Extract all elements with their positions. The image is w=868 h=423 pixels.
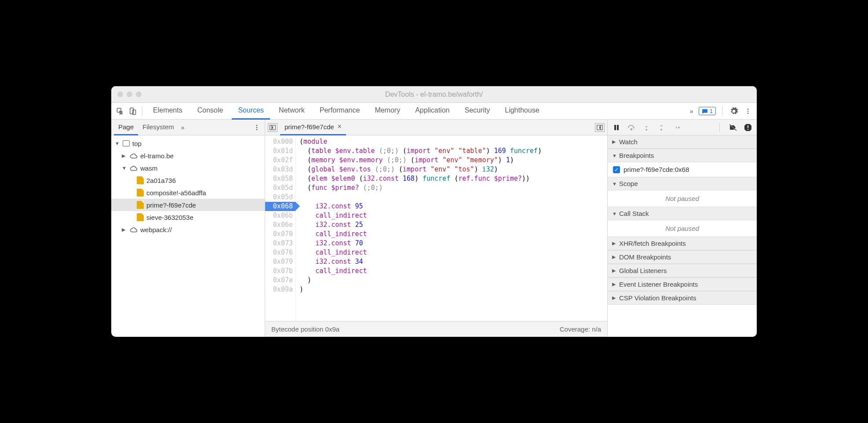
cloud-icon bbox=[130, 227, 138, 232]
main-tab-lighthouse[interactable]: Lighthouse bbox=[499, 103, 545, 120]
tree-item[interactable]: ▶composite!-a56adffa bbox=[111, 186, 265, 199]
code-line[interactable]: call_indirect bbox=[299, 266, 542, 276]
gutter-line[interactable]: 0x02f bbox=[265, 156, 293, 165]
code-line[interactable]: (table $env.table (;0;) (import "env" "t… bbox=[299, 146, 542, 156]
code[interactable]: (module (table $env.table (;0;) (import … bbox=[296, 135, 545, 321]
code-line[interactable]: i32.const 95 bbox=[299, 202, 542, 211]
code-line[interactable]: call_indirect bbox=[299, 211, 542, 220]
editor-body[interactable]: 0x0000x01d0x02f0x03d0x0580x05d0x05d0x068… bbox=[265, 135, 607, 321]
debugger-section-header[interactable]: ▶XHR/fetch Breakpoints bbox=[608, 237, 757, 250]
gutter-line[interactable]: 0x06e bbox=[265, 220, 293, 230]
debugger-section-header[interactable]: ▶CSP Violation Breakpoints bbox=[608, 291, 757, 305]
messages-badge[interactable]: 1 bbox=[699, 107, 716, 115]
navigator-menu-icon[interactable] bbox=[252, 122, 262, 133]
gutter-line[interactable]: 0x06b bbox=[265, 211, 293, 220]
tree-item[interactable]: ▼top bbox=[111, 137, 265, 150]
frame-icon bbox=[123, 140, 130, 146]
main-tab-console[interactable]: Console bbox=[191, 103, 230, 120]
gutter-line[interactable]: 0x079 bbox=[265, 257, 293, 266]
more-tabs-icon[interactable]: » bbox=[686, 106, 697, 117]
code-line[interactable]: (func $prime? (;0;) bbox=[299, 183, 542, 193]
gutter-line-breakpoint[interactable]: 0x068 bbox=[265, 202, 295, 211]
titlebar: DevTools - el-tramo.be/waforth/ bbox=[111, 86, 757, 103]
code-line[interactable]: (elem $elem0 (i32.const 168) funcref (re… bbox=[299, 174, 542, 183]
settings-icon[interactable] bbox=[729, 106, 739, 117]
tree-item[interactable]: ▶webpack:// bbox=[111, 223, 265, 236]
nav-tab-page[interactable]: Page bbox=[114, 120, 138, 135]
code-line[interactable]: (module bbox=[299, 137, 542, 146]
code-line[interactable]: i32.const 70 bbox=[299, 239, 542, 248]
debugger-section-header[interactable]: ▶Event Listener Breakpoints bbox=[608, 277, 757, 291]
debugger-section-header[interactable]: ▼Call Stack bbox=[608, 207, 757, 220]
gutter-line[interactable]: 0x000 bbox=[265, 137, 293, 146]
gutter-line[interactable]: 0x01d bbox=[265, 146, 293, 156]
chevron-right-icon[interactable]: ▶ bbox=[122, 153, 127, 159]
kebab-menu-icon[interactable] bbox=[743, 106, 753, 117]
main-tab-application[interactable]: Application bbox=[409, 103, 456, 120]
minimize-window-button[interactable] bbox=[127, 91, 132, 97]
tree-item[interactable]: ▼wasm bbox=[111, 162, 265, 174]
tree-item[interactable]: ▶el-tramo.be bbox=[111, 150, 265, 162]
gutter-line[interactable]: 0x07e bbox=[265, 276, 293, 285]
close-window-button[interactable] bbox=[117, 91, 123, 97]
step-out-icon[interactable] bbox=[657, 123, 666, 132]
code-line[interactable]: ) bbox=[299, 285, 542, 294]
breakpoint-row[interactable]: ✓prime?-f69e7cde:0x68 bbox=[608, 162, 757, 177]
gutter-line[interactable]: 0x03d bbox=[265, 165, 293, 174]
main-tab-performance[interactable]: Performance bbox=[314, 103, 366, 120]
step-into-icon[interactable] bbox=[642, 123, 651, 132]
gutter-line[interactable]: 0x058 bbox=[265, 174, 293, 183]
tree-item[interactable]: ▶2a01a736 bbox=[111, 174, 265, 186]
gutter-line[interactable]: 0x05d bbox=[265, 183, 293, 193]
close-tab-icon[interactable]: × bbox=[338, 123, 342, 131]
debugger-section-header[interactable]: ▼Scope bbox=[608, 177, 757, 190]
debugger-section-header[interactable]: ▶DOM Breakpoints bbox=[608, 250, 757, 264]
gutter-line[interactable]: 0x073 bbox=[265, 239, 293, 248]
main-tabs-row: ElementsConsoleSourcesNetworkPerformance… bbox=[111, 103, 757, 120]
deactivate-breakpoints-icon[interactable] bbox=[729, 123, 737, 132]
debugger-section-header[interactable]: ▼Breakpoints bbox=[608, 149, 757, 162]
code-line[interactable]: ) bbox=[299, 276, 542, 285]
code-line[interactable]: i32.const 25 bbox=[299, 220, 542, 230]
tree-item[interactable]: ▶sieve-3632053e bbox=[111, 211, 265, 223]
editor-tab-active[interactable]: prime?-f69e7cde × bbox=[280, 120, 346, 135]
section-title: CSP Violation Breakpoints bbox=[619, 294, 696, 302]
code-line[interactable]: (memory $env.memory (;0;) (import "env" … bbox=[299, 156, 542, 165]
show-navigator-icon[interactable] bbox=[268, 123, 277, 132]
main-tab-sources[interactable]: Sources bbox=[232, 103, 270, 120]
code-line[interactable] bbox=[299, 193, 542, 202]
gutter-line[interactable]: 0x076 bbox=[265, 248, 293, 257]
gutter-line[interactable]: 0x070 bbox=[265, 230, 293, 239]
checkbox-checked-icon[interactable]: ✓ bbox=[613, 166, 620, 173]
main-tab-elements[interactable]: Elements bbox=[147, 103, 189, 120]
navigator-more-icon[interactable]: » bbox=[181, 124, 185, 131]
main-tab-memory[interactable]: Memory bbox=[368, 103, 406, 120]
debugger-section-header[interactable]: ▶Watch bbox=[608, 135, 757, 149]
code-line[interactable]: call_indirect bbox=[299, 248, 542, 257]
gutter[interactable]: 0x0000x01d0x02f0x03d0x0580x05d0x05d0x068… bbox=[265, 135, 296, 321]
chevron-down-icon[interactable]: ▼ bbox=[115, 141, 120, 146]
step-icon[interactable] bbox=[672, 123, 681, 132]
nav-tab-filesystem[interactable]: Filesystem bbox=[138, 120, 179, 135]
step-over-icon[interactable] bbox=[627, 123, 636, 132]
show-debugger-icon[interactable] bbox=[595, 123, 605, 132]
main-tab-network[interactable]: Network bbox=[273, 103, 311, 120]
gutter-line[interactable]: 0x07b bbox=[265, 266, 293, 276]
code-line[interactable]: (global $env.tos (;0;) (import "env" "to… bbox=[299, 165, 542, 174]
debugger-section-header[interactable]: ▶Global Listeners bbox=[608, 264, 757, 277]
section-body: Not paused bbox=[608, 190, 757, 207]
pause-on-exceptions-icon[interactable] bbox=[744, 123, 752, 132]
tree-item[interactable]: ▶prime?-f69e7cde bbox=[111, 199, 265, 211]
device-toggle-icon[interactable] bbox=[127, 106, 138, 117]
code-line[interactable]: i32.const 34 bbox=[299, 257, 542, 266]
code-line[interactable]: call_indirect bbox=[299, 230, 542, 239]
inspect-icon[interactable] bbox=[115, 106, 125, 117]
chevron-right-icon[interactable]: ▶ bbox=[122, 227, 127, 233]
chevron-down-icon[interactable]: ▼ bbox=[122, 165, 127, 171]
gutter-line[interactable]: 0x05d bbox=[265, 193, 293, 202]
gutter-line[interactable]: 0x09a bbox=[265, 285, 293, 294]
pause-icon[interactable] bbox=[612, 123, 621, 132]
chevron-icon: ▼ bbox=[612, 211, 616, 216]
main-tab-security[interactable]: Security bbox=[458, 103, 496, 120]
zoom-window-button[interactable] bbox=[136, 91, 142, 97]
